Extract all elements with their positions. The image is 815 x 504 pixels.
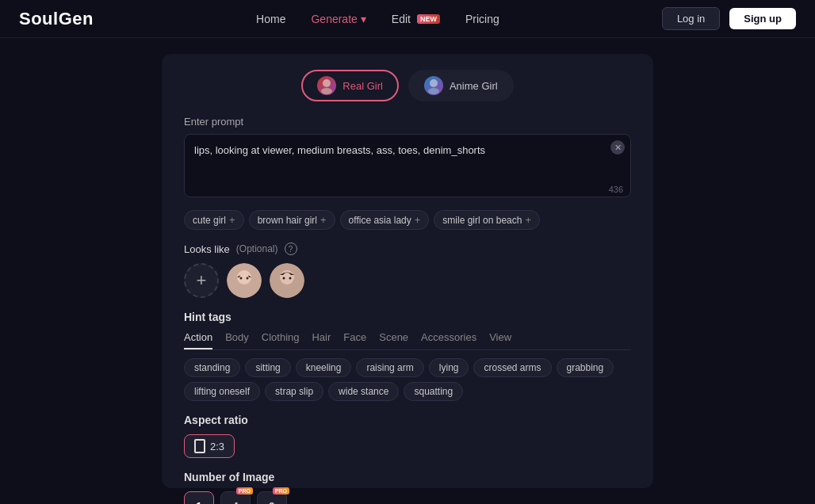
aspect-ratio-2-3[interactable]: 2:3 <box>184 434 235 458</box>
plus-icon: + <box>525 214 531 226</box>
hint-tab-scene[interactable]: Scene <box>379 331 408 349</box>
svg-point-6 <box>235 285 254 298</box>
looks-optional-label: (Optional) <box>236 243 278 254</box>
num-btn-9[interactable]: 9 PRO <box>257 491 287 504</box>
hint-tag-lying[interactable]: lying <box>429 358 469 377</box>
svg-point-8 <box>240 277 243 280</box>
nav-generate[interactable]: Generate ▾ <box>311 13 365 25</box>
svg-point-15 <box>289 277 292 280</box>
chevron-down-icon: ▾ <box>361 13 366 25</box>
anime-girl-avatar <box>424 76 443 95</box>
svg-point-9 <box>247 277 249 280</box>
hint-tags-title: Hint tags <box>184 311 631 323</box>
hint-tag-lifting-oneself[interactable]: lifting oneself <box>184 382 260 401</box>
nav-pricing[interactable]: Pricing <box>465 13 499 25</box>
aspect-ratio-section: Aspect ratio 2:3 <box>184 414 631 458</box>
tab-real-girl-label: Real Girl <box>342 80 383 92</box>
navbar: SoulGen Home Generate ▾ Edit NEW Pricing… <box>0 0 815 38</box>
hint-tab-accessories[interactable]: Accessories <box>421 331 476 349</box>
tab-real-girl[interactable]: Real Girl <box>301 70 399 101</box>
looks-like-section: Looks like (Optional) ? + <box>184 242 631 298</box>
hint-tag-list: standing sitting kneeling raising arm ly… <box>184 358 631 401</box>
tag-chip-office-asia[interactable]: office asia lady + <box>340 210 430 230</box>
pro-badge-9: PRO <box>273 487 289 494</box>
num-btn-1[interactable]: 1 <box>184 491 214 504</box>
hint-tag-sitting[interactable]: sitting <box>245 358 290 377</box>
looks-add-button[interactable]: + <box>184 263 219 298</box>
nav-links: Home Generate ▾ Edit NEW Pricing <box>256 13 499 25</box>
svg-point-0 <box>323 79 331 87</box>
num-btn-4[interactable]: 4 PRO <box>220 491 251 504</box>
svg-point-2 <box>430 79 438 87</box>
nav-actions: Log in Sign up <box>662 7 796 30</box>
login-button[interactable]: Log in <box>662 7 720 30</box>
looks-avatar-1[interactable] <box>227 263 262 298</box>
prompt-textarea[interactable]: lips, looking at viewer, medium breasts,… <box>184 134 631 197</box>
prompt-label: Enter prompt <box>184 116 631 128</box>
hint-tag-standing[interactable]: standing <box>184 358 240 377</box>
main-content: Real Girl Anime Girl Enter prompt lips, … <box>0 38 815 504</box>
hint-tag-strap-slip[interactable]: strap slip <box>265 382 323 401</box>
prompt-clear-button[interactable]: ✕ <box>610 140 625 155</box>
number-of-image-title: Number of Image <box>184 471 631 483</box>
tag-chip-smile-beach[interactable]: smile girl on beach + <box>434 210 540 230</box>
prompt-wrapper: lips, looking at viewer, medium breasts,… <box>184 134 631 200</box>
plus-icon: + <box>320 214 327 226</box>
hint-tags-section: Hint tags Action Body Clothing Hair Face… <box>184 311 631 401</box>
svg-point-14 <box>283 277 285 280</box>
svg-point-1 <box>321 88 332 94</box>
pro-badge-4: PRO <box>236 487 253 494</box>
help-icon[interactable]: ? <box>285 242 297 255</box>
looks-like-label: Looks like (Optional) ? <box>184 242 631 255</box>
hint-tab-body[interactable]: Body <box>225 331 249 349</box>
real-girl-avatar <box>317 76 336 95</box>
tab-anime-girl-label: Anime Girl <box>450 80 498 92</box>
plus-icon: + <box>415 214 421 226</box>
tab-anime-girl[interactable]: Anime Girl <box>408 70 514 101</box>
svg-point-3 <box>428 88 439 94</box>
aspect-ratio-options: 2:3 <box>184 434 631 458</box>
hint-tag-wide-stance[interactable]: wide stance <box>328 382 399 401</box>
prompt-char-count: 436 <box>609 185 623 194</box>
svg-point-12 <box>277 285 297 298</box>
hint-tabs: Action Body Clothing Hair Face Scene Acc… <box>184 331 631 350</box>
tag-chip-cute-girl[interactable]: cute girl + <box>184 210 244 230</box>
number-of-image-options: 1 4 PRO 9 PRO <box>184 491 631 504</box>
hint-tag-kneeling[interactable]: kneeling <box>296 358 352 377</box>
tag-chip-brown-hair[interactable]: brown hair girl + <box>249 210 335 230</box>
hint-tag-squatting[interactable]: squatting <box>404 382 463 401</box>
hint-tab-hair[interactable]: Hair <box>312 331 331 349</box>
hint-tab-view[interactable]: View <box>489 331 511 349</box>
generation-panel: Real Girl Anime Girl Enter prompt lips, … <box>162 54 653 488</box>
looks-avatar-2[interactable] <box>270 263 304 298</box>
hint-tab-action[interactable]: Action <box>184 331 212 349</box>
number-of-image-section: Number of Image 1 4 PRO 9 PRO <box>184 471 631 504</box>
tag-chips-container: cute girl + brown hair girl + office asi… <box>184 210 631 230</box>
aspect-ratio-title: Aspect ratio <box>184 414 631 426</box>
nav-edit[interactable]: Edit NEW <box>392 13 440 25</box>
hint-tag-grabbing[interactable]: grabbing <box>557 358 614 377</box>
hint-tab-clothing[interactable]: Clothing <box>262 331 300 349</box>
hint-tab-face[interactable]: Face <box>343 331 366 349</box>
new-badge: NEW <box>417 14 440 24</box>
looks-avatars: + <box>184 263 631 298</box>
tab-selector: Real Girl Anime Girl <box>184 70 631 101</box>
app-logo: SoulGen <box>19 9 94 29</box>
hint-tag-raising-arm[interactable]: raising arm <box>356 358 423 377</box>
nav-home[interactable]: Home <box>256 13 285 25</box>
aspect-ratio-icon <box>194 439 205 453</box>
plus-icon: + <box>229 214 235 226</box>
signup-button[interactable]: Sign up <box>729 8 796 29</box>
hint-tag-crossed-arms[interactable]: crossed arms <box>473 358 551 377</box>
